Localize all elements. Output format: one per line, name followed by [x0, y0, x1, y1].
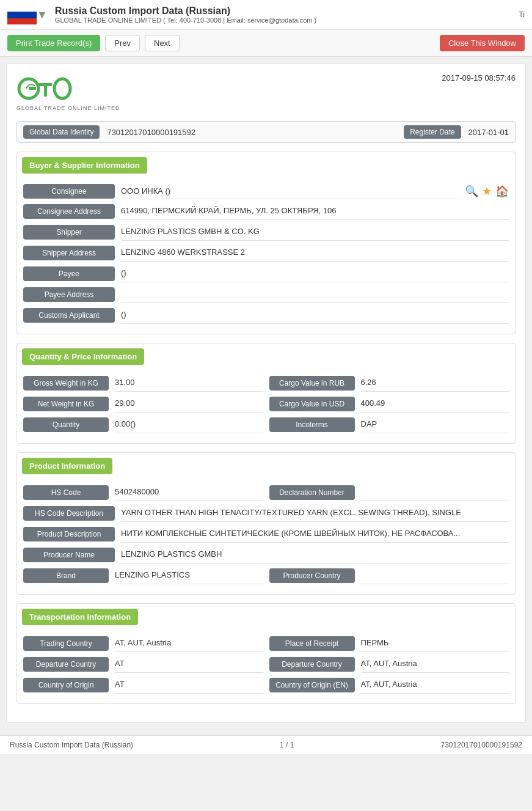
- footer-left: Russia Custom Import Data (Russian): [10, 741, 133, 749]
- flag-dropdown-icon[interactable]: ▼: [37, 9, 48, 21]
- footer-center: 1 / 1: [280, 741, 294, 749]
- brand-producer-country-row: Brand LENZING PLASTICS Producer Country: [23, 567, 509, 584]
- net-weight-field: Net Weight in KG 29.00: [23, 395, 263, 413]
- transportation-body: Trading Country AT, AUT, Austria Place o…: [17, 630, 515, 703]
- declaration-number-value: [361, 484, 509, 501]
- page-footer: Russia Custom Import Data (Russian) 1 / …: [0, 735, 532, 754]
- app-title: Russia Custom Import Data (Russian): [55, 6, 519, 17]
- place-of-receipt-field: Place of Receipt ПЕРМЬ: [269, 635, 509, 652]
- cargo-usd-field: Cargo Value in USD 400.49: [269, 395, 509, 413]
- app-subtitle: GLOBAL TRADE ONLINE LIMITED ( Tel: 400-7…: [55, 17, 519, 24]
- quantity-field: Quantity 0.00(): [23, 416, 263, 433]
- place-of-receipt-value: ПЕРМЬ: [361, 635, 509, 652]
- producer-country-field: Producer Country: [269, 567, 509, 584]
- payee-value: (): [121, 265, 509, 282]
- hs-code-desc-row: HS Code Description YARN OTHER THAN HIGH…: [23, 505, 509, 522]
- producer-name-label: Producer Name: [23, 548, 115, 562]
- star-icon[interactable]: ★: [482, 185, 492, 198]
- brand-label: Brand: [23, 568, 109, 583]
- quantity-price-section: Quantity & Price Information Gross Weigh…: [16, 343, 516, 444]
- country-of-origin-value: AT: [115, 677, 263, 694]
- prev-button[interactable]: Prev: [105, 35, 140, 51]
- svg-rect-2: [7, 18, 37, 24]
- brand-field: Brand LENZING PLASTICS: [23, 567, 263, 584]
- quantity-price-title: Quantity & Price Information: [22, 348, 144, 365]
- net-weight-cargo-usd-row: Net Weight in KG 29.00 Cargo Value in US…: [23, 395, 509, 413]
- shipper-address-value: LENZING 4860 WERKSTRASSE 2: [121, 244, 509, 262]
- gross-weight-field: Gross Weight in KG 31.00: [23, 375, 263, 392]
- producer-name-row: Producer Name LENZING PLASTICS GMBH: [23, 546, 509, 563]
- payee-row: Payee (): [23, 265, 509, 282]
- transportation-title: Transportation Information: [22, 609, 138, 625]
- hs-code-field: HS Code 5402480000: [23, 484, 263, 501]
- country-of-origin-en-field: Country of Origin (EN) AT, AUT, Austria: [269, 677, 509, 694]
- customs-applicant-value: (): [121, 307, 509, 324]
- consignee-icons: 🔍 ★ 🏠: [465, 185, 509, 198]
- footer-right: 73012017010000191592: [441, 741, 522, 749]
- departure-country-field: Departure Country AT: [23, 656, 263, 673]
- producer-country-value: [361, 567, 509, 584]
- departure-country-row: Departure Country AT Departure Country A…: [23, 656, 509, 673]
- consignee-label: Consignee: [23, 184, 115, 199]
- net-weight-label: Net Weight in KG: [23, 397, 109, 411]
- gross-weight-label: Gross Weight in KG: [23, 376, 109, 391]
- quantity-label: Quantity: [23, 417, 109, 432]
- app-header: ▼ Russia Custom Import Data (Russian) GL…: [0, 0, 532, 30]
- hs-code-decl-row: HS Code 5402480000 Declaration Number: [23, 484, 509, 501]
- quantity-incoterms-row: Quantity 0.00() Incoterms DAP: [23, 416, 509, 433]
- country-of-origin-en-label: Country of Origin (EN): [269, 678, 355, 692]
- product-desc-value: НИТИ КОМПЛЕКСНЫЕ СИНТЕТИЧЕСКИЕ (КРОМЕ ШВ…: [121, 526, 509, 543]
- consignee-value: ООО ИНКА (): [121, 183, 459, 199]
- svg-rect-4: [29, 87, 36, 90]
- trading-country-field: Trading Country AT, AUT, Austria: [23, 635, 263, 652]
- hs-code-label: HS Code: [23, 485, 109, 500]
- flag-icon: [7, 5, 37, 24]
- global-data-identity-value: 73012017010000191592: [107, 128, 404, 137]
- gto-logo: [16, 73, 84, 104]
- country-of-origin-en-value: AT, AUT, Austria: [361, 677, 509, 694]
- place-of-receipt-label: Place of Receipt: [269, 636, 355, 651]
- incoterms-field: Incoterms DAP: [269, 416, 509, 433]
- product-body: HS Code 5402480000 Declaration Number HS…: [17, 479, 515, 594]
- header-title-area: Russia Custom Import Data (Russian) GLOB…: [55, 6, 519, 24]
- trading-country-receipt-row: Trading Country AT, AUT, Austria Place o…: [23, 635, 509, 652]
- cargo-rub-field: Cargo Value in RUB 6.26: [269, 375, 509, 392]
- transportation-section: Transportation Information Trading Count…: [16, 603, 516, 704]
- cargo-usd-value: 400.49: [361, 395, 509, 413]
- country-of-origin-row: Country of Origin AT Country of Origin (…: [23, 677, 509, 694]
- declaration-number-label: Declaration Number: [269, 485, 355, 500]
- product-title: Product Information: [22, 458, 112, 474]
- header-right: Ti: [519, 10, 525, 19]
- shipper-value: LENZING PLASTICS GMBH & CO. KG: [121, 224, 509, 241]
- search-icon[interactable]: 🔍: [465, 185, 478, 198]
- buyer-supplier-section: Buyer & Supplier Information Consignee О…: [16, 152, 516, 334]
- trading-country-value: AT, AUT, Austria: [115, 635, 263, 652]
- payee-address-label: Payee Address: [23, 287, 115, 302]
- gross-weight-cargo-rub-row: Gross Weight in KG 31.00 Cargo Value in …: [23, 375, 509, 392]
- toolbar: Print Trade Record(s) Prev Next Close Th…: [0, 30, 532, 57]
- producer-country-label: Producer Country: [269, 568, 355, 583]
- record-card: GLOBAL TRADE ONLINE LIMITED 2017-09-15 0…: [6, 63, 526, 723]
- close-button[interactable]: Close This Window: [440, 35, 525, 51]
- shipper-label: Shipper: [23, 225, 115, 240]
- consignee-address-value: 614990, ПЕРМСКИЙ КРАЙ, ПЕРМЬ, УЛ. 25 ОКТ…: [121, 203, 509, 220]
- shipper-row: Shipper LENZING PLASTICS GMBH & CO. KG: [23, 224, 509, 241]
- departure-country-value: AT: [115, 656, 263, 673]
- shipper-address-row: Shipper Address LENZING 4860 WERKSTRASSE…: [23, 244, 509, 262]
- hs-code-desc-value: YARN OTHER THAN HIGH TENACITY/TEXTURED Y…: [121, 505, 509, 522]
- global-data-identity-label: Global Data Identity: [23, 125, 100, 139]
- product-desc-row: Product Description НИТИ КОМПЛЕКСНЫЕ СИН…: [23, 526, 509, 543]
- register-date-label: Register Date: [404, 125, 461, 139]
- incoterms-label: Incoterms: [269, 417, 355, 432]
- producer-name-value: LENZING PLASTICS GMBH: [121, 546, 509, 563]
- print-button[interactable]: Print Trade Record(s): [7, 35, 100, 51]
- payee-address-value: [121, 286, 509, 303]
- home-icon[interactable]: 🏠: [495, 185, 509, 198]
- country-of-origin-label: Country of Origin: [23, 678, 109, 692]
- departure-country-en-label: Departure Country: [269, 657, 355, 672]
- buyer-supplier-title: Buyer & Supplier Information: [22, 157, 147, 174]
- svg-rect-6: [44, 83, 47, 97]
- shipper-address-label: Shipper Address: [23, 246, 115, 260]
- record-header: GLOBAL TRADE ONLINE LIMITED 2017-09-15 0…: [16, 73, 516, 111]
- next-button[interactable]: Next: [145, 35, 180, 51]
